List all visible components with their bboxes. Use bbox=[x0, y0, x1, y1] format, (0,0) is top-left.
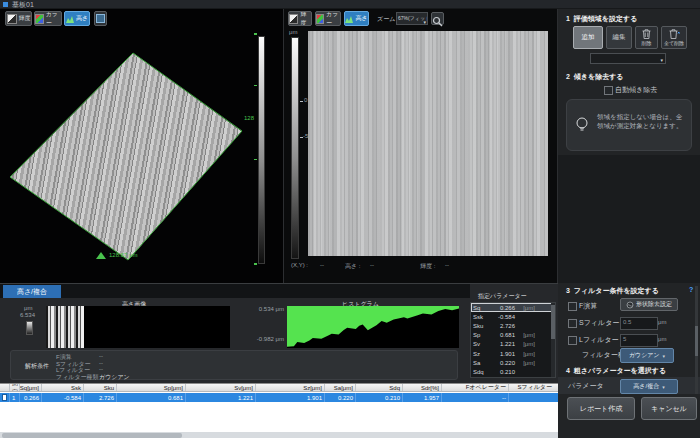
shape-removal-button[interactable]: 形状除去設定 bbox=[620, 298, 678, 311]
col-header-check[interactable] bbox=[0, 384, 10, 391]
height-button-3d[interactable]: 高さ bbox=[64, 11, 90, 26]
s-filter-field[interactable]: 0.5 bbox=[620, 317, 658, 330]
col-header[interactable]: Sa[μm] bbox=[325, 384, 356, 391]
colorbar-3d-mid-tick bbox=[254, 85, 257, 86]
f-operator-checkbox[interactable] bbox=[568, 302, 577, 311]
height-label: 高さ bbox=[76, 14, 88, 23]
col-header[interactable]: Sdq bbox=[356, 384, 403, 391]
row-value bbox=[509, 393, 554, 402]
col-header-measure[interactable]: 測定 bbox=[10, 384, 20, 391]
color-icon bbox=[316, 14, 324, 24]
height-image-box[interactable] bbox=[46, 306, 230, 348]
edit-label: 編集 bbox=[613, 33, 626, 42]
col-header[interactable]: Sdr[%] bbox=[403, 384, 442, 391]
param-table-scrollbar[interactable] bbox=[551, 303, 555, 377]
size-dimension-label: 128.57 μm bbox=[109, 252, 137, 258]
param-value: -0.584 bbox=[489, 314, 515, 320]
edit-region-button[interactable]: 編集 bbox=[606, 26, 632, 49]
param-row[interactable]: Sdq0.210 bbox=[471, 367, 555, 376]
param-name: Ssk bbox=[473, 314, 489, 320]
shape-removal-icon bbox=[626, 301, 634, 309]
hint-text: 領域を指定しない場合は、全領域が測定対象となります。 bbox=[597, 112, 687, 130]
height-histogram-icon bbox=[345, 15, 353, 23]
param-table[interactable]: Sq0.266[μm] Ssk-0.584 Sku2.726 Sp0.681[μ… bbox=[470, 302, 556, 378]
delete-all-regions-button[interactable]: 全て削除 bbox=[661, 26, 687, 49]
col-header[interactable]: Sv[μm] bbox=[186, 384, 256, 391]
help-icon[interactable]: ? bbox=[689, 286, 693, 293]
magnifier-button[interactable] bbox=[431, 12, 444, 25]
col-header[interactable]: Fオペレーター bbox=[442, 384, 509, 391]
step4-number: 4 bbox=[566, 367, 570, 374]
auto-tilt-checkbox[interactable] bbox=[604, 86, 613, 95]
col-header[interactable]: Sz[μm] bbox=[256, 384, 325, 391]
parameter-select[interactable]: 高さ/複合 ▾ bbox=[620, 379, 678, 394]
l-filter-field[interactable]: 5 bbox=[620, 334, 658, 347]
surface-3d-canvas[interactable] bbox=[8, 37, 244, 267]
results-header-row: 測定 Sq[μm] Ssk Sku Sp[μm] Sv[μm] Sz[μm] S… bbox=[0, 384, 558, 392]
brightness-button-3d[interactable]: 輝度 bbox=[5, 11, 32, 26]
results-data-row[interactable]: 1 0.266 -0.584 2.726 0.681 1.221 1.901 0… bbox=[0, 393, 558, 402]
s-filter-checkbox[interactable] bbox=[568, 319, 577, 328]
conditions-box: 解析条件 F演算 -- Sフィルター -- Lフィルター -- フィルター種類 … bbox=[10, 350, 458, 380]
histogram-min-label: -0.982 μm bbox=[236, 336, 284, 342]
histogram-shape bbox=[287, 306, 459, 348]
zoom-select[interactable]: 67%(フィット) ▾ bbox=[396, 12, 428, 25]
col-header[interactable]: Sq[μm] bbox=[20, 384, 42, 391]
col-header[interactable]: Ssk bbox=[42, 384, 84, 391]
row-value: -- bbox=[442, 393, 509, 402]
color-button-2d[interactable]: カラー bbox=[315, 11, 341, 26]
param-name: Sv bbox=[473, 341, 489, 347]
filter-kind-select[interactable]: ガウシアン ▾ bbox=[620, 348, 674, 363]
col-header[interactable]: Sku bbox=[84, 384, 117, 391]
view3d-panel: 輝度 カラー 高さ 128 128.57 μm bbox=[0, 9, 284, 283]
cancel-button[interactable]: キャンセル bbox=[641, 397, 697, 420]
col-header[interactable]: Sフィルター bbox=[509, 384, 554, 391]
histogram-box[interactable] bbox=[287, 306, 459, 348]
surface-3d-outline bbox=[8, 37, 244, 267]
trash-icon bbox=[642, 29, 651, 39]
height-button-2d[interactable]: 高さ bbox=[344, 11, 369, 26]
view-options-button-3d[interactable] bbox=[94, 11, 107, 26]
table-hscrollbar[interactable] bbox=[0, 432, 558, 438]
brightness-status-label: 輝度 : bbox=[420, 262, 435, 271]
scrollbar-thumb[interactable] bbox=[2, 433, 182, 438]
param-unit: [μm] bbox=[515, 332, 535, 338]
brightness-icon bbox=[7, 14, 17, 24]
colorbar-2d[interactable] bbox=[291, 37, 299, 259]
condition-value: ガウシアン bbox=[99, 373, 130, 382]
f-operator-label: F演算 bbox=[579, 301, 597, 311]
shape-removal-label: 形状除去設定 bbox=[636, 300, 672, 309]
param-row[interactable]: Sa0.220[μm] bbox=[471, 358, 555, 367]
param-name: Sz bbox=[473, 351, 489, 357]
param-row[interactable]: Ssk-0.584 bbox=[471, 312, 555, 321]
region-select[interactable]: ▾ bbox=[590, 53, 666, 64]
row-checkbox-cell[interactable] bbox=[0, 393, 10, 402]
row-value: 0.681 bbox=[117, 393, 186, 402]
param-row[interactable]: Sku2.726 bbox=[471, 321, 555, 330]
row-checkbox[interactable] bbox=[2, 394, 7, 401]
colorbar-3d[interactable] bbox=[258, 36, 265, 264]
height-image-thumbnail bbox=[46, 306, 84, 348]
xy-value: -- bbox=[320, 262, 324, 268]
scale-unit: μm bbox=[24, 305, 32, 311]
tab-height-hybrid[interactable]: 高さ/複合 bbox=[3, 285, 61, 298]
param-row[interactable]: Sv1.221[μm] bbox=[471, 340, 555, 349]
brightness-button-2d[interactable]: 輝度 bbox=[288, 11, 312, 26]
param-row[interactable]: Sz1.901[μm] bbox=[471, 349, 555, 358]
param-row[interactable]: Sp0.681[μm] bbox=[471, 331, 555, 340]
l-filter-checkbox[interactable] bbox=[568, 336, 577, 345]
col-header[interactable]: Sp[μm] bbox=[117, 384, 186, 391]
add-region-button[interactable]: 追加 bbox=[573, 26, 603, 49]
param-row[interactable]: Sq0.266[μm] bbox=[471, 303, 555, 312]
steps-scrollbar[interactable] bbox=[695, 286, 698, 394]
surface-2d-image[interactable] bbox=[308, 31, 548, 256]
title-bar: 基板01 bbox=[0, 0, 700, 9]
create-report-button[interactable]: レポート作成 bbox=[567, 397, 635, 420]
scrollbar-thumb[interactable] bbox=[551, 305, 555, 339]
color-button-3d[interactable]: カラー bbox=[34, 11, 62, 26]
steps-panel: 1 評価領域を設定する 追加 編集 削除 全て削除 ▾ 2 傾きを除去する 自動… bbox=[558, 9, 700, 438]
scrollbar-thumb[interactable] bbox=[695, 326, 698, 356]
colorbar-3d-top-tick bbox=[254, 33, 257, 35]
delete-region-button[interactable]: 削除 bbox=[635, 26, 658, 49]
param-name: Sp bbox=[473, 332, 489, 338]
